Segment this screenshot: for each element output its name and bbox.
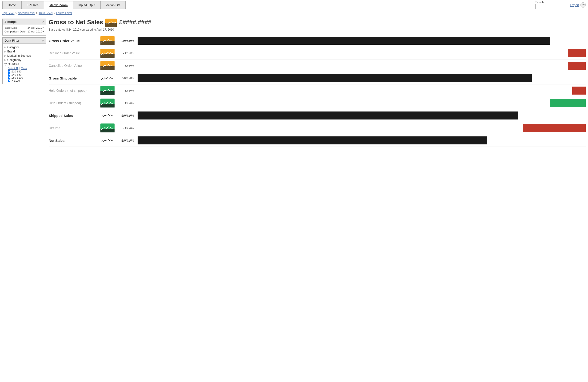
bar-track-held-orders-not-shipped (138, 86, 586, 95)
quartile-over-100-label: > £100 (12, 79, 20, 82)
metric-value-returns: - £#,### (116, 126, 138, 130)
metric-name-net-sales: Net Sales (49, 139, 101, 143)
metric-row-gross-order-value: Gross Order Value £###,### (49, 35, 586, 47)
settings-panel: Settings ▽ Base Date 24 Apr 2010 ▾ Compa… (2, 19, 46, 36)
content-area: Gross to Net Sales £####,#### Base date … (49, 19, 586, 147)
svg-rect-10 (101, 91, 115, 95)
metric-row-shipped-sales: Shipped Sales £###,### (49, 109, 586, 122)
metric-name-shipped-sales: Shipped Sales (49, 114, 101, 118)
data-filter-header: Data Filter ▽ (2, 38, 46, 44)
data-filter-title: Data Filter (4, 39, 20, 42)
tab-input-output[interactable]: Input/Output (73, 1, 101, 9)
bar-shipped-sales (138, 111, 518, 120)
quartile-40-80-checkbox[interactable] (8, 73, 10, 76)
filter-item-category[interactable]: ▷ Category (4, 45, 44, 49)
svg-rect-12 (101, 104, 115, 107)
bar-container-net-sales (138, 136, 586, 145)
bar-track-declined-order-value (138, 49, 586, 57)
bar-held-orders-not-shipped (572, 86, 586, 95)
quartile-80-100[interactable]: £80-£100 (8, 76, 44, 79)
bar-returns (523, 124, 586, 132)
bar-declined-order-value (568, 49, 586, 57)
nav-bar: Home KPI Tree Metric Zoom Input/Output A… (0, 0, 588, 10)
search-input[interactable] (535, 4, 566, 9)
breadcrumb-top-level[interactable]: Top Level (2, 12, 14, 15)
metrics-table: Gross Order Value £###,###Declined Order… (49, 35, 586, 147)
filter-item-marketing-sources[interactable]: ▷ Marketing Sources (4, 54, 44, 58)
comparison-date-row: Comparison Date 17 Apr 2010 ▾ (4, 30, 44, 33)
svg-rect-13 (101, 111, 115, 120)
quartile-over-100-checkbox[interactable] (8, 80, 10, 82)
quartile-10-40-checkbox[interactable] (8, 70, 10, 73)
title-section: Gross to Net Sales £####,#### (49, 19, 586, 27)
base-date-label: Base Date (4, 26, 17, 29)
data-filter-panel: Data Filter ▽ ▷ Category ▷ Brand ▷ Marke… (2, 37, 46, 84)
quartile-40-80[interactable]: £40-£80 (8, 73, 44, 76)
export-area: Export ? (570, 2, 586, 7)
tab-home[interactable]: Home (2, 1, 21, 9)
sparkline-gross-order-value (101, 36, 115, 45)
quartile-40-80-label: £40-£80 (12, 73, 21, 76)
tab-metric-zoom[interactable]: Metric Zoom (44, 1, 73, 9)
search-area: Search (535, 1, 566, 9)
quartiles-header: ▽ Quartiles (4, 62, 44, 66)
bar-track-gross-shippable (138, 74, 586, 82)
base-date-dropdown[interactable]: ▾ (42, 27, 44, 29)
bar-net-sales (138, 136, 487, 145)
settings-body: Base Date 24 Apr 2010 ▾ Comparison Date … (2, 25, 46, 35)
page-title: Gross to Net Sales (49, 19, 103, 26)
sparkline-net-sales (101, 136, 115, 145)
data-filter-icon: ▽ (42, 39, 44, 42)
metric-row-declined-order-value: Declined Order Value - £#,### (49, 47, 586, 60)
tab-action-list[interactable]: Action List (101, 1, 126, 9)
bar-container-held-orders-not-shipped (138, 86, 586, 95)
breadcrumb-third-level[interactable]: Third Level (39, 12, 52, 15)
sparkline-gross-shippable (101, 74, 115, 83)
quartile-80-100-checkbox[interactable] (8, 76, 10, 79)
bar-track-gross-order-value (138, 37, 586, 45)
bar-held-orders-shipped (550, 99, 586, 107)
tab-kpi-tree[interactable]: KPI Tree (21, 1, 44, 9)
metric-name-declined-order-value: Declined Order Value (49, 51, 101, 55)
settings-header: Settings ▽ (2, 19, 46, 25)
quartiles-expand-icon: ▽ (4, 63, 7, 66)
quartiles-links: Select All | Clear (8, 67, 44, 70)
bar-gross-shippable (138, 74, 532, 82)
sparkline-cancelled-order-value (101, 61, 115, 70)
filter-item-brand[interactable]: ▷ Brand (4, 49, 44, 54)
subtitle: Base date April 24, 2010 compared to Apr… (49, 28, 586, 31)
sparkline-shipped-sales (101, 111, 115, 120)
quartile-10-40[interactable]: £10-£40 (8, 70, 44, 73)
metric-value-held-orders-not-shipped: - £#,### (116, 89, 138, 92)
metric-name-held-orders-shipped: Held Orders (shipped) (49, 101, 101, 105)
bar-container-declined-order-value (138, 49, 586, 57)
filter-category-label: Category (7, 46, 19, 49)
bar-gross-order-value (138, 37, 550, 45)
metric-name-held-orders-not-shipped: Held Orders (not shipped) (49, 89, 101, 92)
base-date-row: Base Date 24 Apr 2010 ▾ (4, 26, 44, 29)
sparkline-returns (101, 124, 115, 132)
metric-name-cancelled-order-value: Cancelled Order Value (49, 64, 101, 67)
clear-link[interactable]: Clear (21, 67, 27, 70)
quartile-10-40-label: £10-£40 (12, 70, 21, 73)
select-all-link[interactable]: Select All (8, 67, 18, 70)
svg-rect-5 (101, 54, 115, 58)
data-filter-body: ▷ Category ▷ Brand ▷ Marketing Sources ▷… (2, 44, 46, 84)
filter-item-geography[interactable]: ▷ Geography (4, 58, 44, 62)
bar-container-gross-shippable (138, 74, 586, 82)
geography-expand-icon: ▷ (4, 59, 6, 61)
bar-track-cancelled-order-value (138, 62, 586, 70)
export-link[interactable]: Export (570, 3, 579, 7)
comparison-date-dropdown[interactable]: ▾ (42, 30, 44, 33)
filter-geography-label: Geography (7, 58, 21, 62)
svg-rect-15 (101, 129, 115, 132)
title-value: £####,#### (119, 19, 151, 26)
quartile-over-100[interactable]: > £100 (8, 79, 44, 82)
bar-container-gross-order-value (138, 37, 586, 45)
metric-value-cancelled-order-value: - £#,### (116, 64, 138, 67)
breadcrumb-fourth-level[interactable]: Fourth Level (56, 12, 72, 15)
metric-row-cancelled-order-value: Cancelled Order Value - £#,### (49, 60, 586, 72)
metric-row-returns: Returns - £#,### (49, 122, 586, 134)
breadcrumb-second-level[interactable]: Second Level (18, 12, 35, 15)
bar-container-cancelled-order-value (138, 62, 586, 70)
